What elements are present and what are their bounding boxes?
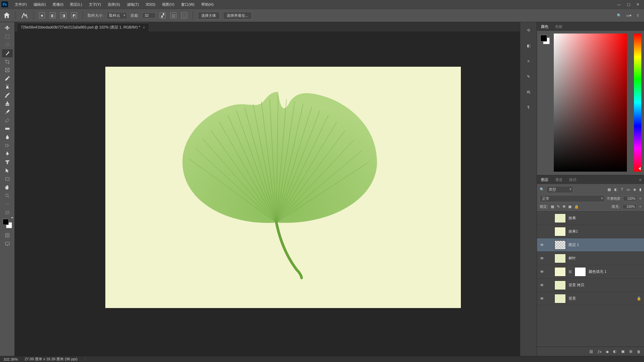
menu-file[interactable]: 文件(F) [11,1,30,8]
mask-thumbnail[interactable] [575,267,586,277]
layer-name[interactable]: 效果1 [569,229,578,234]
eraser-tool[interactable] [2,116,13,124]
layer-row[interactable]: 👁图层 1 [537,238,644,252]
antialias-icon[interactable]: ▞ [160,12,166,18]
filter-kind-select[interactable]: 类型 [546,186,573,193]
filter-type-icon[interactable]: T [621,187,623,192]
document-tab[interactable]: 726e58e41bbedadd3b727eb212a0a865.psd @ 1… [17,23,149,32]
adjustment-layer-icon[interactable]: ◐ [613,349,616,354]
status-menu-icon[interactable]: 〉 [84,357,88,362]
paths-tab[interactable]: 路径 [568,176,578,184]
paragraph-panel-icon[interactable]: ¶ [525,103,533,111]
stamp-tool[interactable] [2,100,13,108]
minimize-icon[interactable]: — [617,2,621,7]
lock-artboard-icon[interactable]: ▣ [568,204,572,209]
foreground-background-colors[interactable]: ⇄ [3,219,12,228]
type-tool[interactable] [2,158,13,166]
link-layers-icon[interactable]: ⛓ [589,350,593,354]
layer-name[interactable]: 图层 1 [569,242,579,247]
menu-window[interactable]: 窗口(W) [178,1,198,8]
intersect-selection-icon[interactable]: ◩ [71,12,77,18]
lock-position-icon[interactable]: ✥ [562,204,566,209]
panel-menu-icon[interactable]: ≡ [639,178,644,182]
layer-row[interactable]: 👁效果 [537,212,644,225]
home-button[interactable] [3,11,11,19]
history-brush-tool[interactable] [2,108,13,116]
layer-row[interactable]: 👁树叶 [537,252,644,265]
color-preview[interactable] [540,35,550,44]
share-icon[interactable]: ⇪ [636,13,639,18]
visibility-toggle[interactable]: 👁 [540,216,544,221]
filter-toggle-icon[interactable]: ▮ [639,187,641,192]
menu-view[interactable]: 视图(V) [159,1,178,8]
subtract-selection-icon[interactable]: ◨ [60,12,66,18]
hue-slider[interactable] [634,34,641,172]
magic-wand-tool[interactable] [2,49,13,57]
canvas[interactable] [15,32,520,356]
screenmode-tool[interactable] [2,240,13,248]
healing-tool[interactable] [2,83,13,91]
layer-row[interactable]: 👁背景🔒 [537,292,644,305]
visibility-toggle[interactable]: 👁 [540,296,544,301]
filter-adjust-icon[interactable]: ◐ [614,187,618,192]
fill-input[interactable]: 100% [623,204,637,209]
layer-thumbnail[interactable] [554,254,566,263]
swatches-tab[interactable]: 色板 [554,23,564,31]
marquee-tool[interactable] [2,33,13,41]
lock-paint-icon[interactable]: ✎ [557,204,560,209]
filter-shape-icon[interactable]: ▭ [627,187,630,192]
group-icon[interactable]: ▣ [621,349,625,354]
lock-all-icon[interactable]: 🔒 [574,204,579,209]
layer-row[interactable]: 👁⛓颜色填充 1 [537,265,644,279]
eyedropper-tool[interactable] [2,74,13,82]
foreground-color[interactable] [3,219,9,225]
menu-select[interactable]: 选择(S) [104,1,123,8]
maximize-icon[interactable]: ▢ [627,2,630,7]
opacity-input[interactable]: 100% [623,196,637,201]
visibility-toggle[interactable]: 👁 [540,283,544,288]
blend-mode-select[interactable]: 正常 [540,195,605,202]
delete-layer-icon[interactable]: 🗑 [637,350,641,354]
menu-3d[interactable]: 3D(D) [142,1,159,8]
close-icon[interactable]: ✕ [636,2,639,7]
new-layer-icon[interactable]: ⊞ [629,349,632,354]
sample-layers-icon[interactable]: ⬚ [181,12,187,18]
layer-row[interactable]: 👁效果1 [537,225,644,238]
menu-image[interactable]: 图像(I) [49,1,67,8]
menu-edit[interactable]: 编辑(E) [30,1,49,8]
saturation-field[interactable] [554,34,627,172]
layers-tab[interactable]: 图层 [540,176,550,184]
layer-thumbnail[interactable] [554,240,566,250]
select-subject-button[interactable]: 选择主体 [198,12,220,19]
layer-thumbnail[interactable] [554,214,566,223]
edit-toolbar[interactable] [2,208,13,217]
crop-tool[interactable] [2,58,13,66]
contiguous-icon[interactable]: ◫ [170,12,176,18]
more-tools[interactable]: ⋯ [2,200,13,208]
path-select-tool[interactable] [2,167,13,175]
brush-tool[interactable] [2,91,13,99]
quickmask-tool[interactable] [2,231,13,239]
dodge-tool[interactable] [2,141,13,149]
layer-thumbnail[interactable] [554,294,566,303]
layer-thumbnail[interactable] [554,281,566,290]
swap-colors-icon[interactable]: ⇄ [11,216,13,219]
fx-icon[interactable]: ƒx [598,350,602,354]
filter-pixel-icon[interactable]: ▦ [607,187,611,192]
filter-smart-icon[interactable]: ◈ [633,187,636,192]
color-tab[interactable]: 颜色 [540,23,550,31]
zoom-level[interactable]: 102.38% [3,357,18,361]
layer-name[interactable]: 树叶 [569,256,576,261]
rectangle-tool[interactable] [2,175,13,183]
layer-name[interactable]: 效果 [569,216,576,221]
new-selection-icon[interactable]: ■ [39,12,45,18]
layer-name[interactable]: 背景 拷贝 [569,283,584,288]
pen-tool[interactable] [2,150,13,158]
layer-thumbnail[interactable] [554,227,566,236]
lasso-tool[interactable] [2,41,13,49]
current-tool-icon[interactable] [20,11,29,19]
mask-icon[interactable]: ◙ [606,350,608,354]
fg-color-swatch[interactable] [540,35,547,42]
menu-layer[interactable]: 图层(L) [67,1,85,8]
layer-row[interactable]: 👁背景 拷贝 [537,279,644,292]
